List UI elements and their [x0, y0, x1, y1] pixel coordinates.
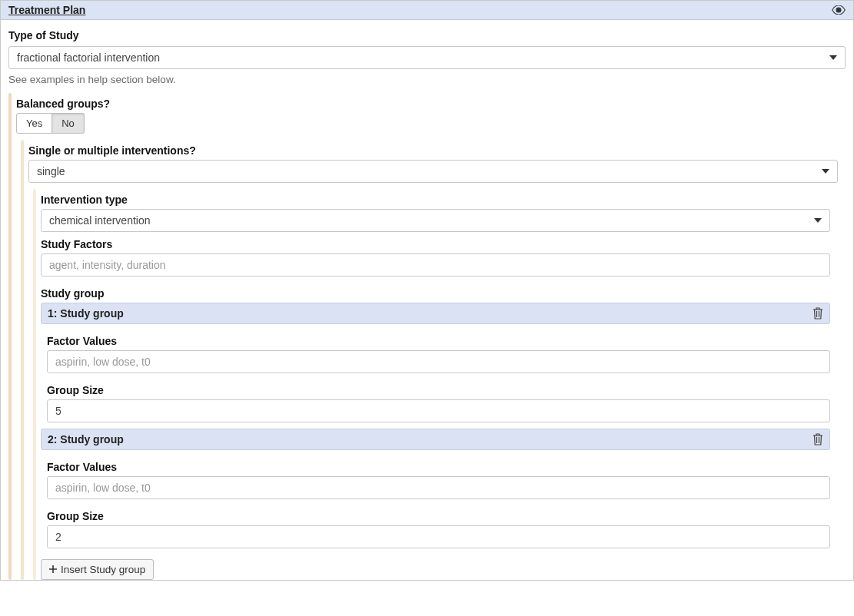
nest-rail-2	[21, 140, 24, 580]
insert-study-group-button[interactable]: Insert Study group	[41, 559, 154, 580]
study-group-1-group-size-input[interactable]	[47, 399, 830, 422]
study-group-2-title: 2: Study group	[48, 433, 124, 445]
caret-down-icon	[814, 218, 822, 223]
balanced-yes-button[interactable]: Yes	[16, 113, 52, 134]
visibility-eye-icon[interactable]	[832, 5, 846, 15]
study-group-1-title: 1: Study group	[48, 307, 124, 320]
study-factors-label: Study Factors	[41, 238, 830, 250]
study-group-2-body: Factor Values Group Size	[41, 453, 830, 555]
study-group-2-delete-button[interactable]	[812, 433, 823, 445]
trash-icon	[812, 433, 823, 445]
insert-study-group-label: Insert Study group	[61, 564, 145, 575]
study-group-2-header[interactable]: 2: Study group	[41, 429, 830, 450]
study-group-label: Study group	[41, 287, 830, 300]
study-factors-input[interactable]	[41, 253, 830, 277]
type-of-study-value: fractional factorial intervention	[17, 51, 160, 64]
plus-icon	[49, 564, 57, 575]
nest-level-2: Single or multiple interventions? single…	[16, 140, 846, 580]
intervention-type-select[interactable]: chemical intervention	[41, 209, 830, 232]
trash-icon	[812, 307, 823, 320]
balanced-no-button[interactable]: No	[52, 113, 85, 134]
study-group-2-factor-values-label: Factor Values	[47, 461, 830, 473]
interventions-mode-select[interactable]: single	[28, 160, 838, 183]
study-group-1-delete-button[interactable]	[812, 307, 823, 320]
type-of-study-select[interactable]: fractional factorial intervention	[8, 46, 846, 69]
study-group-2-group-size-label: Group Size	[47, 510, 830, 522]
interventions-mode-label: Single or multiple interventions?	[28, 144, 838, 157]
type-of-study-helper: See examples in help section below.	[8, 74, 846, 85]
study-group-1-header[interactable]: 1: Study group	[41, 303, 830, 324]
panel-body: Type of Study fractional factorial inter…	[1, 20, 853, 93]
study-group-2-factor-values-input[interactable]	[47, 476, 830, 499]
type-of-study-label: Type of Study	[8, 29, 846, 41]
treatment-plan-panel: Treatment Plan Type of Study fractional …	[0, 0, 854, 581]
panel-title-link[interactable]: Treatment Plan	[8, 4, 85, 16]
nest-level-1: Balanced groups? Yes No Single or multip…	[1, 93, 853, 580]
nest-rail-3	[33, 189, 36, 580]
caret-down-icon	[829, 55, 837, 60]
svg-point-0	[836, 8, 841, 12]
panel-header: Treatment Plan	[1, 1, 853, 20]
study-group-1-factor-values-input[interactable]	[47, 350, 830, 373]
nest-rail-1	[8, 93, 12, 580]
study-group-2-group-size-input[interactable]	[47, 525, 830, 548]
intervention-type-label: Intervention type	[41, 194, 830, 206]
study-group-1-body: Factor Values Group Size	[41, 327, 830, 429]
intervention-type-value: chemical intervention	[49, 214, 151, 227]
balanced-groups-toggle: Yes No	[16, 113, 85, 134]
nest-level-3: Intervention type chemical intervention …	[28, 189, 838, 580]
study-group-1-group-size-label: Group Size	[47, 384, 830, 396]
balanced-groups-label: Balanced groups?	[16, 98, 846, 110]
study-group-1-factor-values-label: Factor Values	[47, 335, 830, 347]
caret-down-icon	[822, 169, 829, 174]
interventions-mode-value: single	[37, 165, 65, 177]
